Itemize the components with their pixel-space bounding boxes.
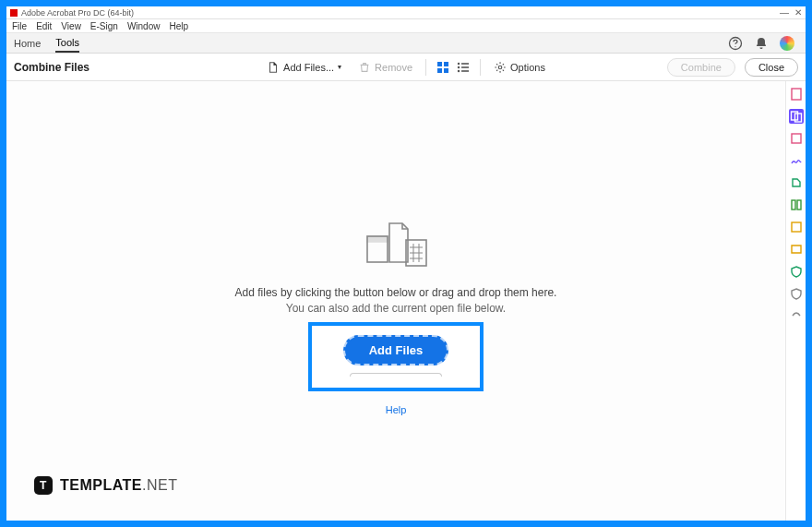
add-files-button[interactable]: Add Files xyxy=(343,335,449,365)
svg-rect-9 xyxy=(461,66,469,68)
help-link[interactable]: Help xyxy=(386,404,407,415)
svg-rect-5 xyxy=(444,68,448,73)
grid-view-icon[interactable] xyxy=(436,60,450,75)
combine-button: Combine xyxy=(667,58,735,77)
options-button[interactable]: Options xyxy=(490,59,549,76)
tutorial-highlight: Add Files xyxy=(308,322,484,391)
right-tool-rail xyxy=(785,81,806,521)
combine-icon[interactable] xyxy=(789,109,804,124)
empty-message-line2: You can also add the current open file b… xyxy=(286,301,506,317)
combine-toolbar: Combine Files Add Files... ▾ Remove xyxy=(6,54,806,81)
svg-point-8 xyxy=(458,66,460,67)
documents-illustration-icon xyxy=(354,220,437,278)
add-files-label: Add Files... xyxy=(283,62,334,73)
sign-icon[interactable] xyxy=(789,153,804,168)
svg-point-1 xyxy=(734,45,735,46)
window-controls: — ✕ xyxy=(780,7,802,18)
remove-button: Remove xyxy=(354,59,416,76)
app-window: Adobe Acrobat Pro DC (64-bit) — ✕ File E… xyxy=(6,6,806,521)
more-tools-icon[interactable] xyxy=(789,308,804,323)
main-area: Add files by clicking the button below o… xyxy=(6,81,806,521)
watermark-brand: TEMPLATE xyxy=(60,477,142,493)
file-add-icon xyxy=(267,61,280,74)
create-pdf-icon[interactable] xyxy=(789,87,804,102)
svg-rect-21 xyxy=(797,200,801,210)
add-files-dropdown[interactable]: Add Files... ▾ xyxy=(263,59,345,76)
secondary-button-edge xyxy=(350,373,442,377)
svg-rect-20 xyxy=(792,200,795,210)
svg-point-6 xyxy=(458,62,460,64)
menu-view[interactable]: View xyxy=(61,21,81,31)
svg-rect-4 xyxy=(437,68,442,73)
svg-rect-14 xyxy=(367,236,388,242)
bell-icon[interactable] xyxy=(754,36,769,51)
empty-message-line1: Add files by clicking the button below o… xyxy=(235,285,557,301)
comment-icon[interactable] xyxy=(789,220,804,234)
separator xyxy=(480,59,481,76)
tab-tools[interactable]: Tools xyxy=(55,34,79,53)
compress-icon[interactable] xyxy=(789,242,804,257)
chevron-down-icon: ▾ xyxy=(338,63,341,71)
watermark-suffix: .NET xyxy=(142,477,177,493)
svg-rect-16 xyxy=(792,89,801,100)
watermark: T TEMPLATE.NET xyxy=(34,476,177,495)
help-icon[interactable] xyxy=(728,36,743,51)
menu-bar: File Edit View E-Sign Window Help xyxy=(6,19,806,33)
svg-rect-11 xyxy=(461,70,469,72)
list-view-icon[interactable] xyxy=(456,60,471,75)
watermark-badge: T xyxy=(34,476,53,495)
protect-icon[interactable] xyxy=(789,264,804,279)
svg-point-10 xyxy=(458,69,460,71)
svg-point-12 xyxy=(498,66,502,69)
toolbar-title: Combine Files xyxy=(14,61,90,74)
title-bar: Adobe Acrobat Pro DC (64-bit) — ✕ xyxy=(6,6,806,19)
trash-icon xyxy=(358,61,371,74)
tab-bar: Home Tools xyxy=(6,33,806,54)
svg-rect-2 xyxy=(437,62,442,66)
menu-file[interactable]: File xyxy=(12,21,27,31)
minimize-icon[interactable]: — xyxy=(780,7,789,18)
shield-icon[interactable] xyxy=(789,286,804,301)
menu-esign[interactable]: E-Sign xyxy=(90,21,118,31)
separator xyxy=(425,59,426,76)
svg-rect-7 xyxy=(461,63,469,65)
tab-home[interactable]: Home xyxy=(14,35,41,52)
remove-label: Remove xyxy=(375,62,412,73)
svg-rect-19 xyxy=(792,134,801,143)
account-avatar[interactable] xyxy=(780,36,794,51)
app-icon xyxy=(10,9,18,17)
svg-rect-3 xyxy=(444,62,448,66)
export-icon[interactable] xyxy=(789,175,804,190)
options-label: Options xyxy=(510,62,545,73)
empty-state: Add files by clicking the button below o… xyxy=(6,81,785,521)
menu-edit[interactable]: Edit xyxy=(36,21,52,31)
menu-help[interactable]: Help xyxy=(169,21,188,31)
gear-icon xyxy=(494,61,507,74)
menu-window[interactable]: Window xyxy=(127,21,161,31)
organize-icon[interactable] xyxy=(789,198,804,212)
svg-rect-22 xyxy=(792,222,801,232)
close-window-icon[interactable]: ✕ xyxy=(794,7,802,18)
edit-icon[interactable] xyxy=(789,131,804,146)
window-title: Adobe Acrobat Pro DC (64-bit) xyxy=(21,8,134,18)
close-button[interactable]: Close xyxy=(745,58,798,77)
